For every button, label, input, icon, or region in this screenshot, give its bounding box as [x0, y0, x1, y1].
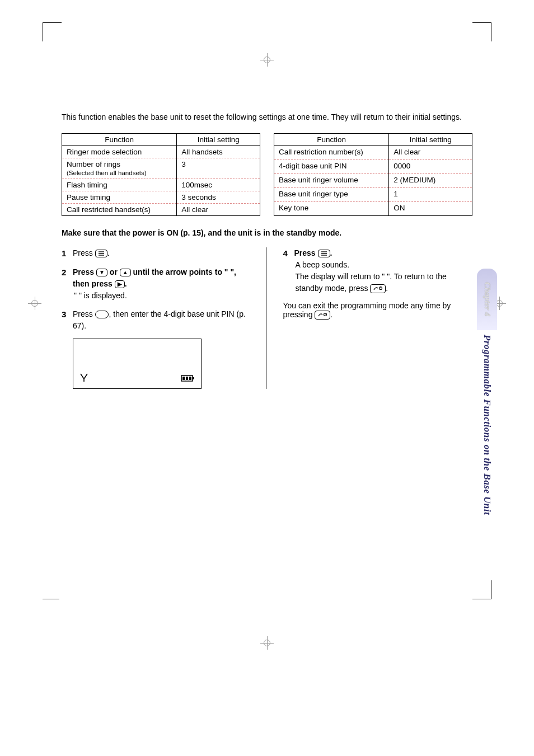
- table-row: Base unit ringer type 1: [274, 187, 472, 201]
- step-3: 3 Press , then enter the 4-digit base un…: [62, 308, 251, 332]
- crop-mark-bl: [43, 599, 59, 599]
- menu-button-icon: [95, 250, 107, 257]
- step-number: 3: [62, 308, 73, 332]
- table-cell: Ringer mode selection: [62, 145, 177, 158]
- table-cell: 1: [389, 187, 472, 201]
- menu-button-icon: [318, 250, 330, 257]
- table-row: Number of rings (Selected then all hands…: [62, 158, 260, 179]
- text: Press: [73, 267, 96, 276]
- table-cell-subtext: (Selected then all handsets): [67, 170, 147, 176]
- text: ": [74, 291, 77, 300]
- svg-rect-4: [193, 377, 194, 379]
- svg-rect-6: [186, 377, 188, 380]
- table-cell: 0000: [389, 159, 472, 173]
- exit-note: You can exit the programming mode any ti…: [283, 301, 473, 320]
- up-button-icon: ▲: [120, 269, 131, 276]
- down-button-icon: ▼: [96, 269, 107, 276]
- step-text: Press ▼ or ▲ until the arrow points to "…: [73, 266, 251, 302]
- sidebar-title: Programmable Functions on the Base Unit: [481, 335, 493, 515]
- power-off-button-icon: [315, 311, 330, 320]
- table-header-initial: Initial setting: [389, 133, 472, 145]
- text: until the arrow points to ": [133, 267, 228, 276]
- table-cell-text: Number of rings: [67, 160, 120, 168]
- table-row: Base unit ringer volume 2 (MEDIUM): [274, 173, 472, 187]
- table-cell: All clear: [177, 203, 260, 215]
- table-header-function: Function: [274, 133, 389, 145]
- table-cell: Base unit ringer volume: [274, 173, 389, 187]
- svg-rect-5: [182, 377, 185, 380]
- text: .: [386, 284, 388, 293]
- table-cell: All handsets: [177, 145, 260, 158]
- registration-mark-left: [28, 297, 41, 310]
- table-row: Call restricted handset(s) All clear: [62, 203, 260, 215]
- text: Press: [73, 248, 95, 257]
- text: .: [107, 248, 110, 257]
- table-header-initial: Initial setting: [177, 133, 260, 145]
- intro-paragraph: This function enables the base unit to r…: [62, 112, 472, 123]
- table-cell: Number of rings (Selected then all hands…: [62, 158, 177, 179]
- step-2: 2 Press ▼ or ▲ until the arrow points to…: [62, 266, 251, 302]
- table-row: Call restriction number(s) All clear: [274, 145, 472, 159]
- table-cell: 3 seconds: [177, 191, 260, 203]
- table-row: 4-digit base unit PIN 0000: [274, 159, 472, 173]
- registration-mark-bottom: [260, 636, 274, 650]
- text: .: [125, 279, 127, 288]
- text: You can exit the programming mode any ti…: [283, 301, 451, 319]
- text: .: [330, 248, 332, 257]
- power-off-button-icon: [370, 284, 386, 293]
- lcd-display: [73, 339, 202, 389]
- step-1: 1 Press .: [62, 247, 251, 260]
- step-subtext: A beep sounds.: [294, 259, 473, 271]
- step-subtext: The display will return to " ". To retur…: [294, 271, 473, 294]
- text: or: [110, 267, 120, 276]
- svg-rect-7: [189, 377, 191, 380]
- registration-mark-top: [260, 53, 274, 67]
- table-row: Pause timing 3 seconds: [62, 191, 260, 203]
- settings-table-right: Function Initial setting Call restrictio…: [274, 133, 472, 216]
- step-number: 4: [283, 247, 294, 294]
- table-cell: Call restriction number(s): [274, 145, 389, 159]
- table-cell: All clear: [389, 145, 472, 159]
- settings-tables: Function Initial setting Ringer mode sel…: [62, 133, 472, 216]
- step-number: 2: [62, 266, 73, 302]
- battery-icon: [181, 374, 195, 384]
- text: Press: [294, 248, 318, 257]
- table-cell: 100msec: [177, 179, 260, 191]
- settings-table-left: Function Initial setting Ringer mode sel…: [62, 133, 260, 216]
- soft-button-icon: [95, 311, 109, 318]
- table-cell: 2 (MEDIUM): [389, 173, 472, 187]
- step-text: Press , then enter the 4-digit base unit…: [73, 308, 251, 332]
- table-row: Ringer mode selection All handsets: [62, 145, 260, 158]
- text: Press: [73, 309, 95, 318]
- instruction-heading: Make sure that the power is ON (p. 15), …: [62, 228, 472, 237]
- table-row: Key tone ON: [274, 201, 472, 215]
- table-cell: 4-digit base unit PIN: [274, 159, 389, 173]
- text: " is displayed.: [79, 291, 127, 300]
- table-row: Flash timing 100msec: [62, 179, 260, 191]
- table-header-function: Function: [62, 133, 177, 145]
- table-cell: Pause timing: [62, 191, 177, 203]
- crop-mark-tl: [43, 22, 62, 41]
- chapter-tab: Chapter 4: [477, 269, 497, 330]
- step-number: 1: [62, 247, 73, 260]
- step-text: Press . A beep sounds. The display will …: [294, 247, 473, 294]
- steps-column-right: 4 Press . A beep sounds. The display wil…: [283, 247, 473, 389]
- table-cell: Call restricted handset(s): [62, 203, 177, 215]
- table-cell: 3: [177, 158, 260, 179]
- right-button-icon: ▶: [115, 280, 125, 288]
- sidebar: Chapter 4 Programmable Functions on the …: [477, 269, 497, 515]
- table-cell: Base unit ringer type: [274, 187, 389, 201]
- text: .: [330, 310, 332, 319]
- step-4: 4 Press . A beep sounds. The display wil…: [283, 247, 473, 294]
- table-cell: Key tone: [274, 201, 389, 215]
- steps-column-left: 1 Press . 2 Press ▼ or ▲ until: [62, 247, 266, 389]
- crop-mark-tr: [472, 22, 491, 41]
- text: The display will return to ": [296, 272, 385, 281]
- antenna-icon: [79, 372, 89, 384]
- table-cell: ON: [389, 201, 472, 215]
- step-text: Press .: [73, 247, 251, 260]
- crop-mark-br: [472, 580, 491, 599]
- table-cell: Flash timing: [62, 179, 177, 191]
